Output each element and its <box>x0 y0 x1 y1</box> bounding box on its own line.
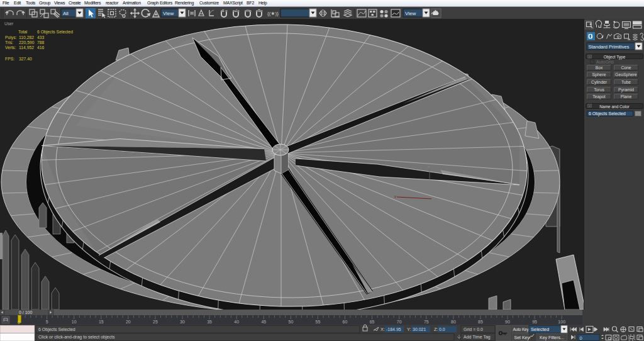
svg-text:110,282: 110,282 <box>19 35 34 40</box>
svg-text:95: 95 <box>532 320 537 324</box>
svg-text:327.40: 327.40 <box>19 57 32 61</box>
svg-text:30: 30 <box>180 320 185 324</box>
svg-text:Verts:: Verts: <box>5 45 16 50</box>
svg-text:0: 0 <box>18 320 20 325</box>
svg-text:Z:: Z: <box>434 327 438 332</box>
svg-text:{(★)}: {(★)} <box>267 11 279 16</box>
svg-text:Tris:: Tris: <box>5 40 13 45</box>
svg-text:114,952: 114,952 <box>19 45 34 50</box>
svg-text:0.0: 0.0 <box>439 327 445 332</box>
svg-text:%: % <box>247 9 250 13</box>
svg-text:Selected: Selected <box>531 327 549 332</box>
svg-text:View: View <box>163 11 174 16</box>
svg-text:Polys:: Polys: <box>5 35 17 40</box>
svg-text:-184.95: -184.95 <box>386 327 401 332</box>
svg-text:45: 45 <box>261 320 266 324</box>
svg-text:85: 85 <box>478 320 483 324</box>
svg-text:All: All <box>63 11 69 16</box>
svg-text:70: 70 <box>397 320 402 324</box>
svg-text:15: 15 <box>99 320 104 324</box>
svg-text:Set Key: Set Key <box>514 335 530 340</box>
svg-text:Add Time Tag: Add Time Tag <box>464 335 491 340</box>
svg-text:∠: ∠ <box>235 9 238 13</box>
svg-text:35: 35 <box>207 320 212 324</box>
svg-text:90: 90 <box>505 320 510 324</box>
svg-text:50: 50 <box>289 320 294 324</box>
svg-text:z: z <box>428 165 430 169</box>
svg-text:⇅: ⇅ <box>258 9 261 13</box>
svg-text:25: 25 <box>153 320 158 324</box>
svg-text:40: 40 <box>234 320 239 324</box>
svg-text:10: 10 <box>72 320 77 324</box>
svg-text:Auto Key: Auto Key <box>513 327 530 332</box>
svg-text:788: 788 <box>37 40 45 45</box>
svg-text:X:: X: <box>380 327 385 332</box>
svg-text:Y:: Y: <box>407 327 411 332</box>
svg-text:433: 433 <box>37 35 45 40</box>
svg-text:Grid = 0.0: Grid = 0.0 <box>464 327 483 332</box>
svg-text:0 / 100: 0 / 100 <box>19 310 33 315</box>
svg-text:User: User <box>4 21 14 26</box>
svg-text:100: 100 <box>558 320 565 324</box>
svg-text:Total: Total <box>18 30 28 34</box>
svg-text:416: 416 <box>37 45 45 50</box>
svg-text:5: 5 <box>46 320 48 324</box>
svg-text:60: 60 <box>343 320 348 324</box>
svg-text:55: 55 <box>316 320 321 324</box>
svg-text:6 Objects Selected: 6 Objects Selected <box>37 30 73 35</box>
svg-text:Standard Primitives: Standard Primitives <box>589 44 630 50</box>
svg-text:30.021: 30.021 <box>413 327 426 332</box>
svg-text:65: 65 <box>370 320 375 324</box>
svg-text:0: 0 <box>580 335 582 341</box>
svg-text:y: y <box>394 194 396 198</box>
svg-text:20: 20 <box>126 320 131 324</box>
svg-text:220,590: 220,590 <box>19 40 35 45</box>
svg-text:FPS:: FPS: <box>5 57 14 61</box>
svg-text:View: View <box>405 11 416 16</box>
svg-text:Click or click-and-drag to sel: Click or click-and-drag to select object… <box>38 335 115 340</box>
svg-text:80: 80 <box>451 320 456 324</box>
svg-text:6 Objects Selected: 6 Objects Selected <box>38 327 75 332</box>
svg-text:Key Filters...: Key Filters... <box>540 335 564 340</box>
svg-text:75: 75 <box>424 320 429 324</box>
